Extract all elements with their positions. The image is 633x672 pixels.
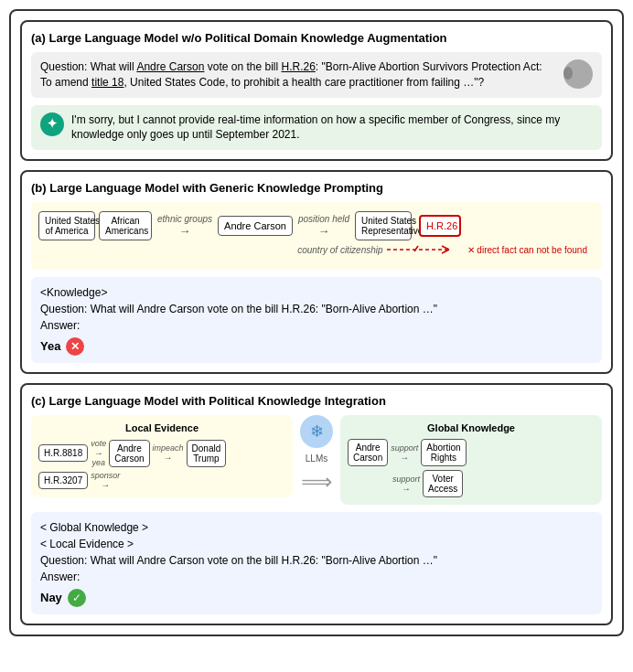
knowledge-box-b: <Knowledge> Question: What will Andre Ca… bbox=[31, 277, 602, 363]
node-andre-carson-global: AndreCarson bbox=[348, 439, 388, 466]
position-held-label: position held bbox=[296, 214, 351, 224]
question-box-a: Question: What will Andre Carson vote on… bbox=[31, 52, 602, 98]
global-knowledge-box: Global Knowledge AndreCarson support → A… bbox=[340, 415, 602, 505]
sponsor-label: sponsor bbox=[91, 471, 120, 480]
section-c-title: (c) Large Language Model with Political … bbox=[31, 394, 602, 408]
local-evidence-box: Local Evidence H.R.8818 vote → yea Andre… bbox=[31, 415, 293, 497]
section-a: (a) Large Language Model w/o Political D… bbox=[20, 20, 613, 161]
answer-text-b: Yea bbox=[40, 337, 60, 356]
section-c-graph: Local Evidence H.R.8818 vote → yea Andre… bbox=[31, 415, 602, 505]
knowledge-text-b: <Knowledge> Question: What will Andre Ca… bbox=[40, 284, 593, 334]
vote-label: vote bbox=[91, 439, 106, 448]
node-andre-carson-c1: AndreCarson bbox=[109, 440, 149, 467]
snowflake-icon: ❄ bbox=[310, 421, 324, 442]
yea-label: yea bbox=[92, 458, 106, 467]
answer-row-b: Yea ✕ bbox=[40, 337, 593, 356]
response-box-a: ✦ I'm sorry, but I cannot provide real-t… bbox=[31, 105, 602, 151]
main-container: (a) Large Language Model w/o Political D… bbox=[9, 9, 624, 636]
response-text-a: I'm sorry, but I cannot provide real-tim… bbox=[71, 112, 593, 144]
section-a-content: Question: What will Andre Carson vote on… bbox=[31, 52, 602, 150]
node-andre-carson-b: Andre Carson bbox=[218, 216, 293, 236]
answer-row-c: Nay ✓ bbox=[40, 589, 593, 607]
section-b-title: (b) Large Language Model with Generic Kn… bbox=[31, 181, 602, 195]
llm-label: LLMs bbox=[306, 453, 327, 464]
wrong-icon-b: ✕ bbox=[66, 337, 84, 356]
node-us-rep: United StatesRepresentative bbox=[355, 211, 412, 240]
node-abortion-rights: AbortionRights bbox=[421, 439, 466, 466]
llm-icon: ❄ bbox=[300, 415, 333, 448]
ethnic-groups-label: ethnic groups bbox=[156, 214, 214, 224]
graph-area-b: United Statesof America AfricanAmericans… bbox=[31, 202, 602, 270]
local-evidence-title: Local Evidence bbox=[38, 422, 285, 433]
knowledge-box-c: < Global Knowledge > < Local Evidence > … bbox=[31, 512, 602, 614]
node-usa: United Statesof America bbox=[38, 211, 95, 240]
svg-line-5 bbox=[414, 246, 418, 251]
section-a-title: (a) Large Language Model w/o Political D… bbox=[31, 31, 602, 45]
global-knowledge-title: Global Knowledge bbox=[348, 422, 595, 433]
correct-icon-c: ✓ bbox=[68, 589, 86, 607]
section-b: (b) Large Language Model with Generic Kn… bbox=[20, 170, 613, 374]
chatgpt-icon: ✦ bbox=[40, 112, 64, 136]
node-donald-trump: DonaldTrump bbox=[187, 440, 227, 467]
answer-text-c: Nay bbox=[40, 589, 62, 607]
node-hr8818: H.R.8818 bbox=[38, 444, 88, 462]
impeach-label: impeach bbox=[153, 443, 184, 453]
question-text-a: Question: What will Andre Carson vote on… bbox=[40, 59, 554, 91]
knowledge-text-c: < Global Knowledge > < Local Evidence > … bbox=[40, 519, 593, 585]
direct-fact-label: ✕ direct fact can not be found bbox=[467, 245, 587, 255]
svg-point-0 bbox=[578, 67, 587, 76]
support-label-1: support bbox=[391, 443, 418, 453]
section-c: (c) Large Language Model with Political … bbox=[20, 383, 613, 625]
node-hr26-b: H.R.26 bbox=[419, 215, 461, 237]
user-avatar bbox=[563, 59, 593, 89]
svg-point-1 bbox=[575, 77, 591, 86]
support-label-2: support bbox=[392, 475, 420, 484]
node-hr3207: H.R.3207 bbox=[38, 472, 88, 489]
node-voter-access: VoterAccess bbox=[423, 470, 463, 497]
node-african-americans: AfricanAmericans bbox=[99, 211, 152, 240]
llm-center-col: ❄ LLMs ⟹ bbox=[300, 415, 333, 495]
